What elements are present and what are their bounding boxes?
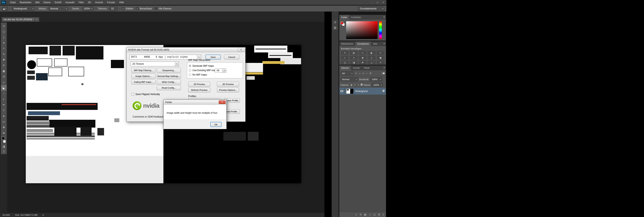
history-brush-tool[interactable]: ↺	[1, 74, 7, 79]
dialog-button[interactable]: Refresh Preview	[188, 88, 210, 92]
ok-button[interactable]: OK	[210, 122, 222, 127]
layer-style-icon[interactable]: fx	[360, 213, 362, 216]
lock-option-icon[interactable]: ▦	[350, 84, 353, 86]
move-tool[interactable]: ✛	[1, 23, 7, 29]
panel-tab[interactable]: Kanäle	[351, 65, 362, 70]
adjustment-icon[interactable]: ◧	[368, 51, 375, 55]
shape-tool[interactable]: ▭	[1, 119, 7, 124]
adjustment-icon[interactable]: ✦	[377, 60, 384, 64]
flip-vertically-checkbox[interactable]: Save Flipped Vertically	[132, 93, 160, 96]
mip-all-select[interactable]: All	[215, 68, 226, 72]
dialog-button[interactable]: Image Options...	[132, 74, 156, 79]
menu-item[interactable]: Ebene	[42, 0, 52, 5]
document-tab[interactable]: lok.dds bei 33,3% (RGB/8) * ×	[2, 17, 39, 22]
menu-item[interactable]: Fenster	[105, 0, 117, 5]
save-profile-button[interactable]: Save Profile	[224, 98, 240, 103]
hand-tool[interactable]: ✥	[1, 124, 7, 130]
path-selection-tool[interactable]: ➤	[1, 113, 7, 119]
layer-group-icon[interactable]: ❏	[373, 213, 376, 216]
menu-item[interactable]: Datei	[8, 0, 18, 5]
layer-filter-icon[interactable]: ▪	[366, 72, 368, 74]
adjustment-icon[interactable]: ❖	[359, 60, 366, 64]
menu-item[interactable]: Schrift	[52, 0, 64, 5]
lock-all-icon[interactable]	[361, 84, 362, 86]
panel-tab[interactable]: Korrekturen	[356, 41, 371, 46]
adjustment-icon[interactable]: ▽	[377, 51, 384, 55]
error-title-bar[interactable]: Fehler ✕	[164, 100, 226, 105]
type-tool[interactable]: T	[1, 107, 7, 113]
layer-fill-select[interactable]: 100%	[372, 83, 382, 87]
delete-layer-icon[interactable]: ▯	[382, 213, 384, 216]
menu-item[interactable]: Filter	[76, 0, 86, 5]
zoom-level[interactable]: 33,33%	[2, 214, 10, 216]
menu-item[interactable]: Hilfe	[117, 0, 126, 5]
options-checkbox[interactable]: Benachbart	[136, 7, 152, 10]
foreground-color-well[interactable]	[340, 22, 343, 24]
layer-row[interactable]: Hintergrund	[339, 88, 386, 95]
blur-tool[interactable]: ◔	[1, 91, 7, 96]
clone-stamp-tool[interactable]: ▣	[1, 68, 7, 74]
dialog-button[interactable]: 2D Preview	[188, 82, 210, 87]
background-color-swatch[interactable]	[3, 140, 6, 143]
saturation-brightness-field[interactable]	[346, 21, 378, 39]
dialog-button[interactable]: Fading MIP maps...	[132, 80, 156, 84]
quick-mask-button[interactable]: ◨	[1, 144, 7, 149]
layer-filter-icon[interactable]: ◑	[358, 72, 361, 74]
layer-opacity-select[interactable]: 100%	[370, 77, 382, 81]
adjustment-layer-icon[interactable]: ◑	[369, 213, 370, 216]
collapsed-panel-icon-history[interactable]: ↺	[332, 20, 338, 25]
crop-tool[interactable]: ⌗	[1, 46, 7, 51]
brush-tool[interactable]: ✐	[1, 62, 7, 68]
fill-source-select[interactable]: Vordergrund	[12, 6, 34, 11]
quick-selection-tool[interactable]: ✦	[1, 40, 7, 46]
dialog-title-bar[interactable]: NVIDIA dds Format (v8.55.0109.1800) ✕	[126, 47, 245, 52]
eraser-tool[interactable]: ▱	[1, 79, 7, 85]
adjustment-icon[interactable]: ∿	[359, 51, 366, 55]
adjustment-icon[interactable]: ▣	[377, 56, 384, 60]
zoom-tool[interactable]: ⊕	[1, 130, 7, 136]
panel-tab[interactable]: Ebenen	[339, 65, 351, 70]
panel-menu-icon[interactable]: ≡	[384, 42, 385, 45]
lock-option-icon[interactable]: ✐	[354, 84, 356, 86]
blend-mode-select[interactable]: Normal	[340, 77, 358, 81]
menu-item[interactable]: 3D	[86, 0, 93, 5]
lock-option-icon[interactable]: ✛	[357, 84, 360, 86]
dialog-close-icon[interactable]: ✕	[238, 48, 244, 51]
options-checkbox[interactable]: Glätten	[122, 7, 133, 10]
marquee-tool[interactable]: ▢	[1, 29, 7, 34]
pen-tool[interactable]: ✒	[1, 102, 7, 107]
status-flyout-icon[interactable]: ▶	[43, 214, 44, 216]
mode-select[interactable]: Normal	[49, 6, 68, 11]
active-tool-icon[interactable]: ◣ ▾	[2, 7, 8, 11]
restore-icon[interactable]: ▢	[374, 0, 380, 5]
link-layers-icon[interactable]: ∞	[356, 213, 357, 216]
workspace-select[interactable]: Grundelemente	[358, 6, 384, 11]
tab-close-icon[interactable]: ×	[36, 18, 37, 21]
adjustment-icon[interactable]: ◫	[341, 60, 348, 64]
panel-menu-icon[interactable]: ≡	[384, 66, 385, 69]
collapsed-panel-icon-properties[interactable]: ▤	[332, 25, 338, 30]
dialog-button[interactable]: Normal Map Settings...	[157, 74, 181, 79]
panel-tab[interactable]: Stile	[371, 41, 379, 46]
cancel-button[interactable]: Cancel	[224, 55, 239, 59]
healing-brush-tool[interactable]: ✚	[1, 57, 7, 62]
dialog-button[interactable]: Preview Options...	[217, 88, 239, 92]
hue-slider[interactable]	[379, 21, 382, 39]
texture-type-select[interactable]: 2D Texture	[130, 61, 179, 66]
paint-bucket-tool[interactable]: ◣	[1, 85, 7, 91]
adjustment-icon[interactable]: ◆	[359, 56, 366, 60]
menu-item[interactable]: Bild	[34, 0, 42, 5]
adjustment-icon[interactable]: ◐	[341, 56, 348, 60]
menu-item[interactable]: Bearbeiten	[18, 0, 34, 5]
layer-filter-icon[interactable]: ●	[362, 72, 365, 74]
adjustment-icon[interactable]: ▤	[350, 51, 358, 55]
panel-tab[interactable]: Farbfelder	[349, 15, 363, 20]
minimize-icon[interactable]: –	[368, 0, 374, 5]
adjustment-icon[interactable]: △	[368, 60, 375, 64]
dodge-tool[interactable]: ◐	[1, 96, 7, 102]
dialog-button[interactable]: 3D Preview	[217, 82, 239, 87]
foreground-color-swatch[interactable]	[2, 137, 5, 140]
adjustment-icon[interactable]: ◨	[350, 60, 358, 64]
screen-mode-button[interactable]: ▯	[1, 149, 7, 154]
dialog-button[interactable]: Read Config...	[157, 85, 181, 90]
